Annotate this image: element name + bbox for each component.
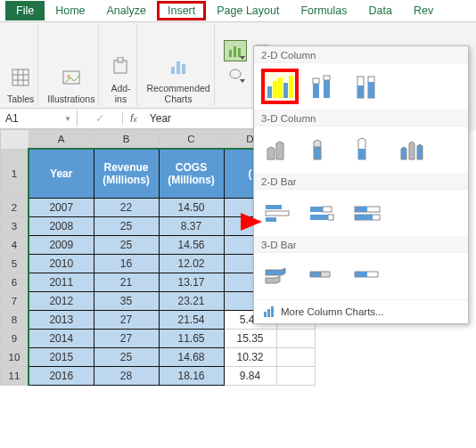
data-cell[interactable]: 27	[94, 311, 159, 330]
annotation-arrow	[185, 206, 266, 238]
table-row: 920142711.6515.35	[1, 330, 316, 348]
more-column-charts-option[interactable]: More Column Charts...	[254, 299, 468, 323]
column-chart-button[interactable]	[224, 40, 247, 61]
ribbon-tabs: File Home Analyze Insert Page Layout For…	[0, 0, 476, 22]
row-header[interactable]: 9	[1, 330, 29, 348]
map-chart-button[interactable]	[224, 63, 247, 85]
data-cell[interactable]: 9.84	[224, 367, 276, 386]
data-cell[interactable]: 25	[94, 348, 159, 367]
svg-rect-41	[357, 86, 364, 98]
svg-rect-37	[313, 78, 319, 84]
ribbon-group-rec-charts[interactable]: Recommended Charts	[143, 24, 214, 106]
data-cell[interactable]: 23.21	[159, 292, 224, 311]
fx-icon[interactable]: fx	[123, 112, 144, 125]
3d-stacked-bar-option[interactable]	[306, 258, 343, 294]
data-cell[interactable]: 10.32	[224, 348, 276, 367]
table-header-cell[interactable]: Revenue (Millions)	[94, 149, 159, 199]
table-header-cell[interactable]: Year	[29, 149, 94, 199]
data-cell[interactable]: 11.65	[159, 330, 224, 348]
empty-cell[interactable]	[276, 330, 315, 348]
tab-page-layout[interactable]: Page Layout	[206, 1, 290, 20]
data-cell[interactable]: 2008	[29, 217, 94, 236]
data-cell[interactable]: 27	[94, 330, 159, 348]
data-cell[interactable]: 2016	[29, 367, 94, 386]
data-cell[interactable]: 14.68	[159, 348, 224, 367]
data-cell[interactable]: 12.02	[159, 255, 224, 273]
empty-cell[interactable]	[276, 348, 315, 367]
data-cell[interactable]: 2009	[29, 236, 94, 255]
data-cell[interactable]: 15.35	[224, 330, 276, 348]
data-cell[interactable]: 2015	[29, 348, 94, 367]
tab-data[interactable]: Data	[358, 1, 403, 20]
empty-cell[interactable]	[276, 367, 315, 386]
chevron-down-icon	[240, 79, 245, 83]
data-cell[interactable]: 13.17	[159, 273, 224, 292]
stacked-bar-option[interactable]	[306, 195, 343, 231]
3d-100-stacked-bar-option[interactable]	[350, 258, 388, 294]
3d-clustered-column-option[interactable]	[261, 132, 299, 167]
clustered-column-option[interactable]	[261, 69, 299, 104]
3d-clustered-bar-option[interactable]	[261, 258, 299, 294]
svg-rect-46	[266, 217, 276, 222]
tab-insert[interactable]: Insert	[157, 1, 206, 20]
row-header[interactable]: 6	[1, 273, 29, 292]
row-header[interactable]: 2	[1, 199, 29, 217]
table-header-cell[interactable]: COGS (Millions)	[159, 149, 224, 199]
row-header[interactable]: 5	[1, 255, 29, 273]
tab-review[interactable]: Rev	[403, 1, 444, 20]
col-header[interactable]: B	[94, 130, 159, 150]
row-header[interactable]: 1	[1, 149, 29, 199]
data-cell[interactable]: 25	[94, 236, 159, 255]
table-row: 1120162818.169.84	[1, 367, 316, 386]
tab-formulas[interactable]: Formulas	[290, 1, 357, 20]
ribbon-group-addins[interactable]: Add- ins	[104, 24, 137, 106]
svg-rect-38	[324, 80, 330, 98]
data-cell[interactable]: 2013	[29, 311, 94, 330]
data-cell[interactable]: 22	[94, 199, 159, 217]
data-cell[interactable]: 2007	[29, 199, 94, 217]
data-cell[interactable]: 21	[94, 273, 159, 292]
column-chart-icon	[263, 305, 275, 318]
picture-icon	[59, 65, 84, 90]
tab-analyze[interactable]: Analyze	[96, 1, 157, 20]
svg-rect-54	[355, 215, 373, 220]
tab-file[interactable]: File	[5, 1, 45, 20]
100-stacked-column-option[interactable]	[350, 69, 388, 104]
col-header[interactable]: C	[159, 130, 224, 150]
data-cell[interactable]: 2014	[29, 330, 94, 348]
ribbon-label: Add- ins	[111, 83, 130, 104]
more-charts-label: More Column Charts...	[281, 306, 384, 317]
select-all-corner[interactable]	[1, 130, 29, 150]
data-cell[interactable]: 21.54	[159, 311, 224, 330]
svg-rect-0	[12, 69, 29, 86]
svg-rect-56	[267, 309, 270, 317]
row-header[interactable]: 8	[1, 311, 29, 330]
stacked-column-option[interactable]	[306, 69, 343, 104]
data-cell[interactable]: 14.56	[159, 236, 224, 255]
100-stacked-bar-option[interactable]	[350, 195, 388, 231]
data-cell[interactable]: 2011	[29, 273, 94, 292]
ribbon-group-illustrations[interactable]: Illustrations	[44, 24, 99, 106]
data-cell[interactable]: 2012	[29, 292, 94, 311]
col-header[interactable]: A	[29, 130, 94, 150]
data-cell[interactable]: 28	[94, 367, 159, 386]
tab-home[interactable]: Home	[45, 1, 95, 20]
table-icon	[8, 65, 33, 90]
row-header[interactable]: 10	[1, 348, 29, 367]
row-header[interactable]: 3	[1, 217, 29, 236]
3d-stacked-column-option[interactable]	[306, 132, 343, 167]
clustered-bar-option[interactable]	[261, 195, 299, 231]
data-cell[interactable]: 25	[94, 217, 159, 236]
svg-rect-47	[310, 207, 323, 212]
name-box[interactable]: A1 ▼	[0, 110, 78, 126]
3d-100-stacked-column-option[interactable]	[350, 132, 388, 167]
data-cell[interactable]: 35	[94, 292, 159, 311]
row-header[interactable]: 11	[1, 367, 29, 386]
row-header[interactable]: 4	[1, 236, 29, 255]
3d-column-option[interactable]	[395, 132, 432, 167]
data-cell[interactable]: 2010	[29, 255, 94, 273]
ribbon-group-tables[interactable]: Tables	[4, 24, 38, 106]
data-cell[interactable]: 18.16	[159, 367, 224, 386]
data-cell[interactable]: 16	[94, 255, 159, 273]
row-header[interactable]: 7	[1, 292, 29, 311]
